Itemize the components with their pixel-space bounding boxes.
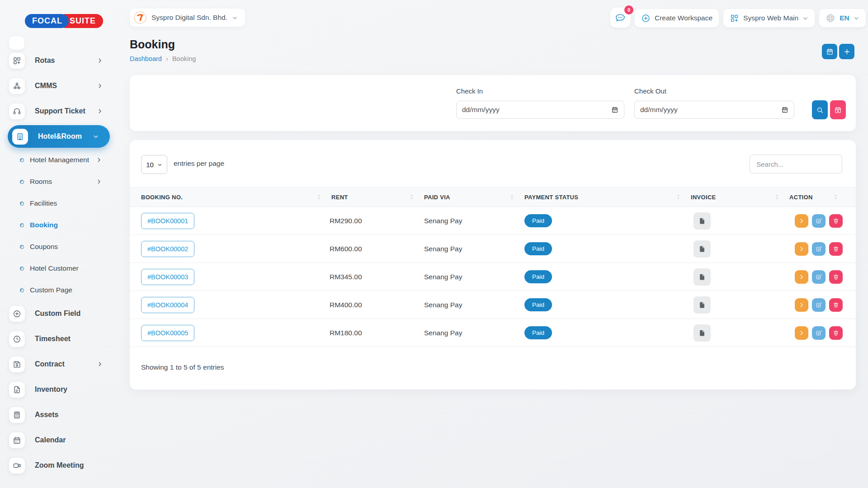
rent-value: RM290.00 xyxy=(328,217,420,225)
filter-reset-button[interactable] xyxy=(830,100,846,119)
invoice-pdf-button[interactable] xyxy=(693,268,711,286)
delete-action-button[interactable] xyxy=(829,270,843,284)
payment-status-badge: Paid xyxy=(524,242,552,255)
sidebar-subitem-booking[interactable]: Booking xyxy=(0,214,118,236)
paid-via-value: Senang Pay xyxy=(420,245,521,253)
add-booking-button[interactable] xyxy=(839,44,854,59)
calendar-icon[interactable] xyxy=(781,106,788,113)
delete-action-button[interactable] xyxy=(829,298,843,312)
view-action-button[interactable] xyxy=(795,242,808,256)
sidebar-item-contract[interactable]: Contract xyxy=(0,352,118,377)
sidebar-subitem-label: Facilities xyxy=(30,199,118,207)
sidebar-item-hotel-room[interactable]: Hotel&Room xyxy=(8,125,110,148)
sort-icon xyxy=(774,193,779,201)
sidebar-item-rotas[interactable]: Rotas xyxy=(0,48,118,73)
sidebar-item-inventory[interactable]: Inventory xyxy=(0,377,118,402)
sidebar-subitem-hotel-customer[interactable]: Hotel Customer xyxy=(0,258,118,279)
invoice-pdf-button[interactable] xyxy=(693,240,711,258)
sidebar-item-zoom-meeting[interactable]: Zoom Meeting xyxy=(0,453,118,478)
paid-via-value: Senang Pay xyxy=(420,301,521,309)
column-header-invoice[interactable]: INVOICE xyxy=(687,188,786,206)
edit-action-button[interactable] xyxy=(812,298,826,312)
sidebar-subitem-hotel-management[interactable]: Hotel Management xyxy=(0,149,118,171)
edit-action-button[interactable] xyxy=(812,242,826,256)
booking-no-link[interactable]: #BOOK00003 xyxy=(141,269,194,285)
column-header-rent[interactable]: RENT xyxy=(328,188,420,206)
column-header-booking-no-[interactable]: BOOKING NO. xyxy=(141,188,328,206)
check-out-input[interactable]: dd/mm/yyyy xyxy=(634,101,794,119)
breadcrumb: Dashboard › Booking xyxy=(130,55,196,62)
invoice-pdf-button[interactable] xyxy=(693,296,711,314)
column-label: ACTION xyxy=(789,194,813,201)
workspace-selector[interactable]: Syspro Web Main xyxy=(723,9,815,27)
sidebar-item-icon xyxy=(9,78,25,94)
table-row: #BOOK00001 RM290.00 Senang Pay Paid xyxy=(130,207,856,235)
view-action-button[interactable] xyxy=(795,214,808,228)
delete-action-button[interactable] xyxy=(829,242,843,256)
sidebar-item-cmms[interactable]: CMMS xyxy=(0,73,118,99)
booking-no-link[interactable]: #BOOK00001 xyxy=(141,213,194,229)
breadcrumb-dashboard-link[interactable]: Dashboard xyxy=(130,55,162,62)
sidebar-item-calendar[interactable]: Calendar xyxy=(0,427,118,453)
pdf-file-icon xyxy=(698,301,706,309)
sidebar-subitem-facilities[interactable]: Facilities xyxy=(0,192,118,214)
check-in-input[interactable]: dd/mm/yyyy xyxy=(456,101,624,119)
create-workspace-label: Create Workspace xyxy=(655,14,712,22)
rent-value: RM180.00 xyxy=(328,329,420,337)
booking-no-link[interactable]: #BOOK00005 xyxy=(141,325,194,341)
view-action-button[interactable] xyxy=(795,298,808,312)
sidebar-item-support-ticket[interactable]: Support Ticket xyxy=(0,99,118,124)
delete-action-button[interactable] xyxy=(829,326,843,340)
edit-action-button[interactable] xyxy=(812,270,826,284)
company-logo-icon xyxy=(133,11,147,24)
page-size-select[interactable]: 10 xyxy=(141,155,167,174)
paid-via-value: Senang Pay xyxy=(420,273,521,281)
sidebar-subitem-coupons[interactable]: Coupons xyxy=(0,236,118,258)
calendar-view-button[interactable] xyxy=(822,44,837,59)
chevron-down-icon xyxy=(232,15,238,21)
column-header-paid-via[interactable]: PAID VIA xyxy=(420,188,521,206)
column-header-action[interactable]: ACTION xyxy=(786,188,844,206)
workspace-name: Syspro Web Main xyxy=(743,14,798,22)
edit-action-button[interactable] xyxy=(812,326,826,340)
sidebar-subitem-custom-page[interactable]: Custom Page xyxy=(0,279,118,301)
column-label: BOOKING NO. xyxy=(141,194,183,201)
create-workspace-button[interactable]: Create Workspace xyxy=(635,9,719,27)
breadcrumb-current: Booking xyxy=(172,55,196,62)
sidebar-item-custom-field[interactable]: Custom Field xyxy=(0,301,118,326)
sidebar-item-label: Timesheet xyxy=(35,335,118,343)
view-action-button[interactable] xyxy=(795,326,808,340)
calendar-icon[interactable] xyxy=(611,106,618,113)
edit-action-button[interactable] xyxy=(812,214,826,228)
company-selector[interactable]: Syspro Digital Sdn. Bhd. xyxy=(130,9,245,27)
filter-search-button[interactable] xyxy=(812,100,828,119)
booking-no-link[interactable]: #BOOK00004 xyxy=(141,297,194,313)
language-selector[interactable]: EN xyxy=(819,9,866,27)
sidebar-item-label: Hotel&Room xyxy=(38,132,93,141)
chevron-down-icon xyxy=(157,162,162,167)
company-name: Syspro Digital Sdn. Bhd. xyxy=(151,14,227,22)
bullet-icon xyxy=(20,288,24,292)
booking-no-link[interactable]: #BOOK00002 xyxy=(141,241,194,257)
column-header-payment-status[interactable]: PAYMENT STATUS xyxy=(521,188,687,206)
filter-card: Check In dd/mm/yyyy Check Out dd/mm/yyyy xyxy=(130,75,856,131)
chevron-icon xyxy=(97,83,103,89)
invoice-pdf-button[interactable] xyxy=(693,212,711,230)
sidebar-subitem-rooms[interactable]: Rooms xyxy=(0,171,118,192)
table-row: #BOOK00002 RM600.00 Senang Pay Paid xyxy=(130,235,856,263)
pdf-file-icon xyxy=(698,245,706,253)
table-search-input[interactable] xyxy=(750,155,842,174)
sort-icon xyxy=(409,193,414,201)
chat-button[interactable]: 0 xyxy=(610,8,630,28)
sidebar-item-icon xyxy=(9,53,25,69)
bullet-icon xyxy=(20,202,24,206)
sidebar-item-timesheet[interactable]: Timesheet xyxy=(0,326,118,352)
view-action-button[interactable] xyxy=(795,270,808,284)
chevron-down-icon xyxy=(854,15,859,21)
delete-action-button[interactable] xyxy=(829,214,843,228)
invoice-pdf-button[interactable] xyxy=(693,324,711,342)
globe-icon xyxy=(826,13,835,23)
payment-status-badge: Paid xyxy=(524,298,552,311)
sidebar-item-assets[interactable]: Assets xyxy=(0,402,118,427)
sidebar-subitem-label: Coupons xyxy=(30,243,118,251)
